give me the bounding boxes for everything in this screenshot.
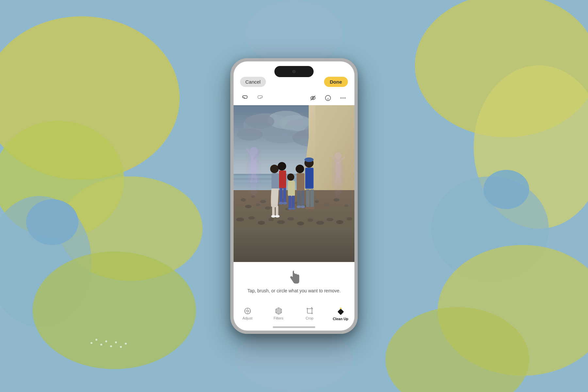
- cancel-button[interactable]: Cancel: [240, 77, 266, 87]
- svg-point-72: [307, 219, 313, 222]
- svg-rect-142: [337, 309, 344, 315]
- svg-point-71: [297, 221, 304, 225]
- svg-point-62: [324, 203, 329, 206]
- svg-point-70: [287, 217, 294, 220]
- svg-point-22: [483, 170, 529, 209]
- svg-point-17: [110, 345, 112, 347]
- svg-point-114: [301, 205, 305, 208]
- dynamic-island: [274, 66, 314, 77]
- svg-point-74: [327, 218, 333, 221]
- svg-point-113: [297, 205, 301, 208]
- svg-rect-105: [288, 196, 291, 208]
- crop-label: Crop: [306, 316, 314, 320]
- svg-rect-141: [307, 309, 312, 313]
- svg-point-121: [305, 207, 310, 209]
- svg-point-56: [265, 206, 271, 210]
- front-camera: [292, 70, 296, 73]
- crop-icon: [306, 307, 314, 315]
- nav-item-cleanup[interactable]: Clean Up: [332, 307, 350, 321]
- svg-point-68: [268, 218, 274, 221]
- bottom-panel: Tap, brush, or circle what you want to r…: [234, 262, 354, 331]
- done-button[interactable]: Done: [324, 77, 348, 87]
- svg-point-69: [277, 220, 285, 224]
- svg-point-12: [235, 327, 353, 392]
- photo-canvas[interactable]: [234, 105, 354, 269]
- bottom-navigation: Adjust: [234, 307, 354, 321]
- svg-rect-120: [310, 189, 314, 207]
- svg-point-138: [278, 312, 279, 315]
- filters-label: Filters: [274, 316, 284, 320]
- hint-text: Tap, brush, or circle what you want to r…: [247, 288, 341, 293]
- svg-point-116: [304, 157, 314, 162]
- svg-rect-99: [280, 188, 283, 203]
- adjust-icon: [244, 307, 252, 315]
- svg-point-13: [90, 342, 92, 344]
- svg-rect-119: [306, 189, 310, 207]
- svg-point-15: [100, 344, 102, 346]
- svg-point-75: [336, 220, 343, 224]
- svg-rect-111: [297, 190, 301, 206]
- svg-point-66: [248, 216, 255, 220]
- visibility-button[interactable]: [308, 93, 318, 103]
- svg-rect-94: [276, 206, 278, 216]
- adjust-label: Adjust: [242, 316, 253, 320]
- svg-point-16: [105, 340, 107, 342]
- filters-icon: [275, 307, 283, 315]
- cleanup-label: Clean Up: [333, 317, 349, 321]
- svg-line-130: [246, 310, 247, 310]
- svg-point-67: [258, 221, 265, 225]
- svg-point-134: [278, 310, 279, 312]
- nav-item-adjust[interactable]: Adjust: [238, 307, 256, 321]
- more-button[interactable]: [338, 93, 348, 103]
- svg-point-51: [260, 200, 266, 203]
- svg-point-96: [275, 215, 280, 218]
- svg-point-61: [315, 200, 319, 203]
- svg-text:a: a: [327, 96, 329, 100]
- svg-rect-100: [283, 188, 286, 203]
- svg-rect-98: [279, 171, 286, 188]
- nav-item-filters[interactable]: Filters: [270, 307, 287, 321]
- brush-icon: [287, 270, 301, 284]
- svg-point-76: [347, 217, 352, 220]
- history-controls: [240, 93, 265, 103]
- svg-point-101: [279, 202, 283, 204]
- markup-button[interactable]: a: [323, 93, 333, 103]
- undo-button[interactable]: [240, 93, 250, 103]
- svg-point-109: [296, 165, 304, 173]
- svg-point-28: [340, 97, 342, 99]
- svg-point-49: [241, 198, 246, 202]
- cleanup-icon: [336, 307, 345, 316]
- svg-point-143: [340, 308, 341, 309]
- svg-line-131: [248, 312, 249, 312]
- svg-rect-110: [297, 173, 304, 191]
- svg-rect-92: [271, 173, 279, 191]
- svg-point-107: [288, 208, 292, 210]
- svg-rect-93: [272, 206, 275, 216]
- svg-point-34: [245, 114, 274, 129]
- svg-point-65: [236, 218, 244, 221]
- phone-frame: Cancel Done: [230, 58, 358, 334]
- nav-item-crop[interactable]: Crop: [301, 307, 318, 321]
- home-indicator: [273, 326, 315, 328]
- svg-point-73: [316, 221, 324, 225]
- svg-point-97: [278, 162, 286, 171]
- edit-toolbar: a: [234, 91, 354, 105]
- redo-button[interactable]: [255, 93, 265, 103]
- svg-point-19: [120, 346, 122, 348]
- svg-point-20: [125, 343, 127, 345]
- svg-rect-118: [306, 168, 313, 188]
- svg-point-54: [245, 205, 252, 208]
- svg-point-108: [291, 208, 295, 210]
- phone-screen: Cancel Done: [234, 61, 354, 331]
- svg-point-85: [335, 152, 342, 159]
- svg-point-102: [283, 202, 287, 204]
- svg-point-14: [95, 339, 97, 341]
- svg-point-91: [270, 165, 279, 173]
- svg-point-64: [344, 204, 349, 207]
- svg-point-55: [256, 204, 260, 206]
- svg-point-95: [271, 215, 276, 218]
- svg-point-29: [342, 97, 344, 99]
- svg-rect-104: [288, 181, 295, 196]
- svg-point-39: [237, 129, 263, 140]
- svg-point-11: [245, 0, 343, 65]
